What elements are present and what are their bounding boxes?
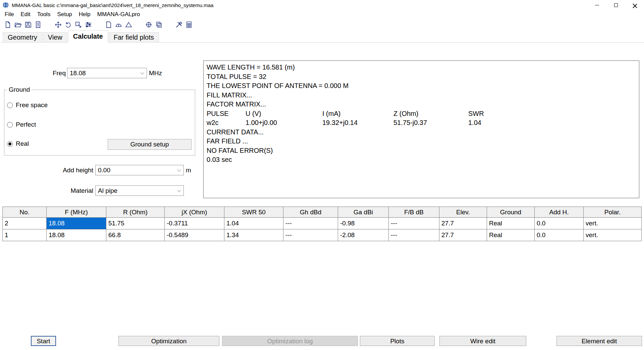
col-header-add-h: Add H. [535,207,584,218]
file-doc-icon[interactable] [33,19,43,30]
tab-bar: Geometry View Calculate Far field plots [0,30,644,43]
col-header-ga-dbi: Ga dBi [338,207,389,218]
tab-far-field-plots[interactable]: Far field plots [109,32,159,42]
add-height-label: Add height [3,165,93,175]
cell-f-mhz[interactable]: 18.08 [47,229,106,241]
close-button[interactable] [625,0,644,10]
ground-setup-button[interactable]: Ground setup [108,139,192,150]
cell-polar[interactable]: vert. [584,218,642,229]
col-header-elev: Elev. [439,207,487,218]
toolbar-group-field [144,19,164,30]
pulse-col-header: SWR [468,109,484,119]
chevron-down-icon [177,188,181,192]
pulse-header-line: PULSEU (V)I (mA)Z (Ohm)SWR [204,109,639,119]
plots-button[interactable]: Plots [360,336,435,346]
toolbar-group-file [3,19,43,30]
menu-mmana-galpro[interactable]: MMANA-GALpro [94,10,144,18]
tab-geometry[interactable]: Geometry [3,32,42,42]
rotate-icon[interactable] [63,19,73,30]
menu-help[interactable]: Help [75,10,94,18]
calculator-icon[interactable] [184,19,194,30]
cell-ground[interactable]: Real [487,229,535,241]
calculation-output: WAVE LENGTH = 16.581 (m) TOTAL PULSE = 3… [203,60,639,198]
cell-swr50[interactable]: 1.04 [224,218,283,229]
output-line: 0.03 sec [204,155,639,165]
optimization-button[interactable]: Optimization [118,336,219,346]
cell-jx-ohm[interactable]: -0.5489 [165,229,224,241]
pulse-col-header: Z (Ohm) [393,109,468,119]
cell-r-ohm[interactable]: 51.75 [106,218,165,229]
pulse-col-header: PULSE [207,109,246,119]
triangle-icon[interactable] [123,19,133,30]
add-height-combo[interactable]: 0.00 [95,165,184,175]
new-file-icon[interactable] [3,19,13,30]
menu-setup[interactable]: Setup [54,10,75,18]
col-header-polar: Polar. [584,207,642,218]
tab-view[interactable]: View [43,32,67,42]
cell-jx-ohm[interactable]: -0.3711 [165,218,224,229]
freq-value: 18.08 [70,68,86,78]
far-field-icon[interactable] [144,19,154,30]
add-height-unit-label: m [186,165,191,175]
cell-ground[interactable]: Real [487,218,535,229]
optimization-log-button: Optimization log [222,336,358,346]
cell-no[interactable]: 1 [3,229,47,241]
copy-wire-icon[interactable] [73,19,83,30]
cell-ga-dbi[interactable]: -2.08 [338,229,389,241]
ground-legend: Ground [7,86,32,93]
menu-edit[interactable]: Edit [17,10,34,18]
col-header-f-mhz: F (MHz) [47,207,106,218]
cell-add-h[interactable]: 0.0 [535,229,584,241]
results-header-row: No. F (MHz) R (Ohm) jX (Ohm) SWR 50 Gh d… [3,207,642,218]
cell-gh-dbd[interactable]: --- [283,229,338,241]
table-row: 2 18.08 51.75 -0.3711 1.04 --- -0.98 ---… [3,218,642,229]
copy-icon[interactable] [154,19,164,30]
cell-fb-db[interactable]: --- [389,229,439,241]
cell-swr50[interactable]: 1.34 [224,229,283,241]
radio-free-space[interactable]: Free space [7,101,48,109]
output-line: TOTAL PULSE = 32 [204,72,639,82]
radio-selected-icon [7,141,13,147]
cell-ga-dbi[interactable]: -0.98 [338,218,389,229]
cell-fb-db[interactable]: --- [389,218,439,229]
cell-polar[interactable]: vert. [584,229,642,241]
move-icon[interactable] [53,19,63,30]
wire-slider-icon[interactable] [83,19,93,30]
cell-elev[interactable]: 27.7 [439,218,487,229]
cell-no[interactable]: 2 [3,218,47,229]
cell-add-h[interactable]: 0.0 [535,218,584,229]
col-header-jx-ohm: jX (Ohm) [165,207,224,218]
material-combo[interactable]: Al pipe [95,185,184,196]
output-line: THE LOWEST POINT OF ANTENNA = 0.000 M [204,81,639,91]
start-button[interactable]: Start [31,336,56,346]
cell-elev[interactable]: 27.7 [439,229,487,241]
open-file-icon[interactable] [13,19,23,30]
output-line: FILL MATRIX... [204,91,639,100]
radio-real[interactable]: Real [7,140,29,147]
menu-file[interactable]: File [1,10,17,18]
table-row: 1 18.08 66.8 -0.5489 1.34 --- -2.08 --- … [3,229,642,241]
chevron-down-icon [177,168,181,171]
col-header-ground: Ground [487,207,535,218]
freq-combo[interactable]: 18.08 [67,68,147,78]
protractor-icon[interactable] [113,19,123,30]
tools-icon[interactable] [174,19,184,30]
maximize-button[interactable] [606,0,625,10]
col-header-gh-dbd: Gh dBd [283,207,338,218]
wire-edit-button[interactable]: Wire edit [439,336,526,346]
radio-perfect-label: Perfect [16,121,36,128]
blank-doc-icon[interactable] [103,19,113,30]
cell-r-ohm[interactable]: 66.8 [106,229,165,241]
menu-tools[interactable]: Tools [34,10,54,18]
output-line: FACTOR MATRIX... [204,100,639,109]
minimize-button[interactable] [588,0,606,10]
output-line: CURRENT DATA... [204,128,639,137]
radio-perfect[interactable]: Perfect [7,121,36,128]
cell-f-mhz-selected[interactable]: 18.08 [47,218,106,229]
toolbar-group-transform [53,19,93,30]
save-file-icon[interactable] [23,19,33,30]
cell-gh-dbd[interactable]: --- [283,218,338,229]
tab-calculate[interactable]: Calculate [68,30,108,43]
element-edit-button[interactable]: Element edit [556,336,642,346]
minimize-icon [595,5,599,5]
